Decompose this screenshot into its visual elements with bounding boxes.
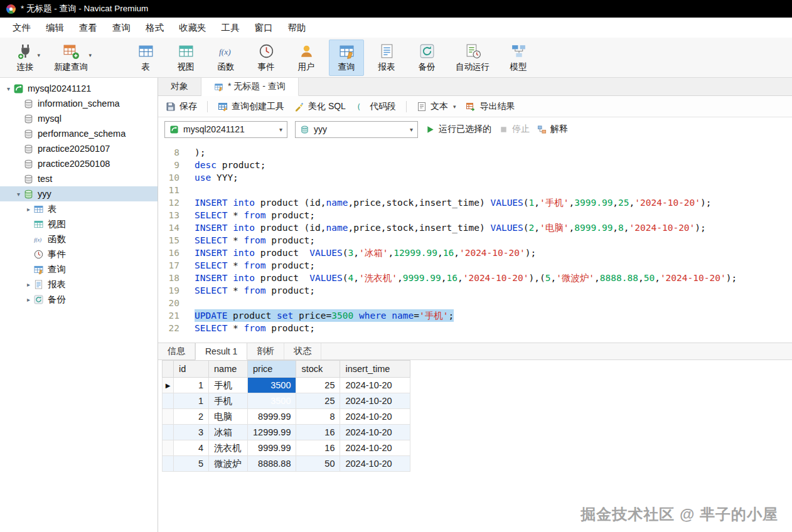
menu-query[interactable]: 查询 xyxy=(105,19,138,37)
query-builder-button[interactable]: 查询创建工具 xyxy=(218,101,284,112)
editor-line-18[interactable]: 18INSERT into product VALUES(4,'洗衣机',999… xyxy=(158,272,792,284)
editor-line-21[interactable]: 21UPDATE product set price=3500 where na… xyxy=(158,309,792,322)
cell-price[interactable]: 3500 xyxy=(248,378,296,393)
menu-tools[interactable]: 工具 xyxy=(214,19,247,37)
editor-line-13[interactable]: 13SELECT * from product; xyxy=(158,209,792,221)
menu-help[interactable]: 帮助 xyxy=(281,19,314,37)
menu-view[interactable]: 查看 xyxy=(72,19,105,37)
tree-item-yyy-reports[interactable]: ▸报表 xyxy=(0,277,158,292)
collapse-arrow-icon[interactable]: ▾ xyxy=(4,85,13,92)
editor-line-8[interactable]: 8); xyxy=(158,146,792,159)
table-row[interactable]: 2电脑8999.9982024-10-20 xyxy=(163,409,410,425)
cell-name[interactable]: 手机 xyxy=(209,378,248,393)
tree-item-db-performance-schema[interactable]: performance_schema xyxy=(0,126,158,141)
tree-item-yyy-backups[interactable]: ▸备份 xyxy=(0,292,158,307)
tree-item-yyy-functions[interactable]: f(x)函数 xyxy=(0,231,158,247)
editor-line-20[interactable]: 20 xyxy=(158,297,792,309)
expand-arrow-icon[interactable]: ▸ xyxy=(24,206,33,213)
cell-insert_time[interactable]: 2024-10-20 xyxy=(340,456,410,472)
export-result-button[interactable]: 导出结果 xyxy=(466,101,515,112)
toolbar-backup-button[interactable]: 备份 xyxy=(409,40,444,76)
tree-item-db-test[interactable]: test xyxy=(0,171,158,186)
cell-id[interactable]: 1 xyxy=(174,378,209,393)
table-row[interactable]: 1手机3500252024-10-20 xyxy=(163,393,410,409)
toolbar-event-button[interactable]: 事件 xyxy=(249,40,284,76)
collapse-arrow-icon[interactable]: ▾ xyxy=(14,191,23,198)
tree-item-db-information-schema[interactable]: information_schema xyxy=(0,96,158,111)
editor-line-19[interactable]: 19SELECT * from product; xyxy=(158,284,792,297)
cell-name[interactable]: 洗衣机 xyxy=(209,440,248,456)
tree-item-db-yyy[interactable]: ▾yyy xyxy=(0,186,158,201)
toolbar-automation-button[interactable]: 自动运行 xyxy=(449,40,496,76)
editor-line-12[interactable]: 12INSERT into product (id,name,price,sto… xyxy=(158,196,792,209)
cell-stock[interactable]: 25 xyxy=(296,393,340,409)
table-row[interactable]: ▶1手机3500252024-10-20 xyxy=(163,378,410,393)
save-button[interactable]: 保存 xyxy=(166,101,197,112)
cell-stock[interactable]: 25 xyxy=(296,378,340,393)
cell-name[interactable]: 手机 xyxy=(209,393,248,409)
cell-id[interactable]: 4 xyxy=(174,440,209,456)
column-header-price[interactable]: price xyxy=(248,361,296,378)
editor-line-15[interactable]: 15SELECT * from product; xyxy=(158,234,792,247)
tree-item-db-practice20250108[interactable]: practice20250108 xyxy=(0,156,158,171)
tree-item-db-practice20250107[interactable]: practice20250107 xyxy=(0,141,158,156)
menu-window[interactable]: 窗口 xyxy=(247,19,281,37)
expand-arrow-icon[interactable]: ▸ xyxy=(24,281,33,288)
cell-price[interactable]: 3500 xyxy=(248,393,296,409)
result-tab-result-1[interactable]: Result 1 xyxy=(195,343,247,360)
cell-price[interactable]: 9999.99 xyxy=(248,440,296,456)
column-header-stock[interactable]: stock xyxy=(296,361,340,378)
toolbar-view-button[interactable]: 视图 xyxy=(168,40,203,76)
text-button[interactable]: 文本▾ xyxy=(417,101,456,112)
cell-stock[interactable]: 8 xyxy=(296,409,340,425)
dropdown-caret-icon[interactable]: ▾ xyxy=(37,52,40,58)
tree-item-yyy-tables[interactable]: ▸表 xyxy=(0,201,158,216)
tree-item-connection-mysql20241121[interactable]: ▾mysql20241121 xyxy=(0,81,158,96)
cell-name[interactable]: 冰箱 xyxy=(209,425,248,440)
column-header-name[interactable]: name xyxy=(209,361,248,378)
editor-line-17[interactable]: 17SELECT * from product; xyxy=(158,259,792,272)
table-row[interactable]: 4洗衣机9999.99162024-10-20 xyxy=(163,440,410,456)
menu-favorites[interactable]: 收藏夹 xyxy=(171,19,214,37)
cell-insert_time[interactable]: 2024-10-20 xyxy=(340,440,410,456)
editor-line-22[interactable]: 22SELECT * from product; xyxy=(158,322,792,334)
toolbar-user-button[interactable]: 用户 xyxy=(289,40,324,76)
cell-stock[interactable]: 50 xyxy=(296,456,340,472)
connection-select[interactable]: mysql20241121▾ xyxy=(164,121,287,138)
tab-query[interactable]: * 无标题 - 查询 xyxy=(201,78,299,96)
cell-insert_time[interactable]: 2024-10-20 xyxy=(340,393,410,409)
beautify-sql-button[interactable]: 美化 SQL xyxy=(294,101,346,112)
tree-item-yyy-views[interactable]: 视图 xyxy=(0,216,158,231)
cell-stock[interactable]: 16 xyxy=(296,440,340,456)
toolbar-model-button[interactable]: 模型 xyxy=(501,40,536,76)
editor-line-9[interactable]: 9desc product; xyxy=(158,159,792,171)
editor-line-11[interactable]: 11 xyxy=(158,184,792,196)
column-header-insert_time[interactable]: insert_time xyxy=(340,361,410,378)
toolbar-connection-button[interactable]: ▾连接 xyxy=(8,40,43,76)
run-selected-button[interactable]: 运行已选择的 xyxy=(425,124,491,135)
toolbar-table-button[interactable]: 表 xyxy=(128,40,163,76)
toolbar-query-button[interactable]: 查询 xyxy=(329,40,364,76)
menu-file[interactable]: 文件 xyxy=(5,19,38,37)
cell-price[interactable]: 8888.88 xyxy=(248,456,296,472)
toolbar-new-query-button[interactable]: ▾新建查询 xyxy=(48,40,94,76)
toolbar-function-button[interactable]: f(x)函数 xyxy=(208,40,243,76)
toolbar-report-button[interactable]: 报表 xyxy=(369,40,404,76)
cell-insert_time[interactable]: 2024-10-20 xyxy=(340,409,410,425)
table-row[interactable]: 3冰箱12999.99162024-10-20 xyxy=(163,425,410,440)
result-tab-info[interactable]: 信息 xyxy=(158,343,195,359)
tab-objects[interactable]: 对象 xyxy=(158,78,201,95)
editor-line-16[interactable]: 16INSERT into product VALUES(3,'冰箱',1299… xyxy=(158,247,792,259)
sql-editor[interactable]: 8);9desc product;10use YYY;1112INSERT in… xyxy=(158,141,792,343)
cell-price[interactable]: 12999.99 xyxy=(248,425,296,440)
cell-stock[interactable]: 16 xyxy=(296,425,340,440)
cell-name[interactable]: 微波炉 xyxy=(209,456,248,472)
cell-id[interactable]: 5 xyxy=(174,456,209,472)
menu-edit[interactable]: 编辑 xyxy=(38,19,72,37)
cell-id[interactable]: 2 xyxy=(174,409,209,425)
cell-id[interactable]: 3 xyxy=(174,425,209,440)
cell-insert_time[interactable]: 2024-10-20 xyxy=(340,378,410,393)
tree-item-yyy-events[interactable]: 事件 xyxy=(0,247,158,262)
editor-line-10[interactable]: 10use YYY; xyxy=(158,171,792,184)
result-tab-profile[interactable]: 剖析 xyxy=(247,343,284,359)
